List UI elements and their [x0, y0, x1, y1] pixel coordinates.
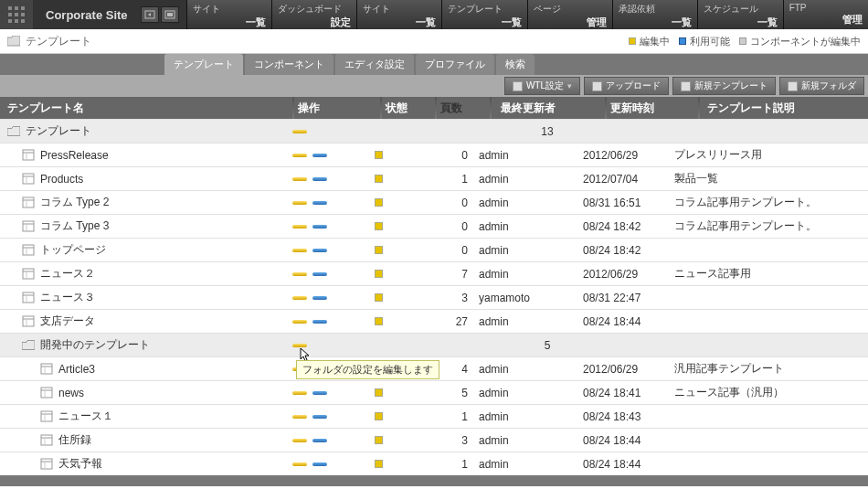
op-dash-view-icon[interactable]: [312, 154, 327, 157]
action-1[interactable]: アップロード: [584, 77, 669, 95]
template-row[interactable]: ニュース１1admin08/24 18:43: [0, 404, 868, 428]
svg-rect-30: [23, 292, 34, 303]
col-time: 更新時刻: [610, 101, 698, 116]
op-dash-view-icon[interactable]: [312, 272, 327, 276]
op-dash-edit-icon[interactable]: [292, 177, 307, 181]
op-dash-view-icon[interactable]: [312, 439, 327, 442]
row-op[interactable]: [292, 225, 375, 229]
op-dash-edit-icon[interactable]: [292, 130, 307, 133]
op-dash-edit-icon[interactable]: [292, 391, 307, 395]
row-op[interactable]: [292, 462, 375, 466]
op-dash-edit-icon[interactable]: [292, 296, 307, 300]
nav-item-5[interactable]: 承認依頼一覧: [612, 0, 697, 29]
op-dash-view-icon[interactable]: [312, 225, 327, 229]
row-op[interactable]: [292, 177, 375, 181]
row-op[interactable]: [292, 439, 375, 442]
row-pages: 3: [424, 434, 473, 447]
template-row[interactable]: 天気予報1admin08/24 18:44: [0, 452, 868, 475]
svg-rect-4: [15, 13, 18, 16]
op-dash-view-icon[interactable]: [312, 201, 327, 205]
nav-item-4[interactable]: ページ管理: [527, 0, 612, 29]
tab-1[interactable]: コンポーネント: [245, 54, 333, 75]
folder-row[interactable]: テンプレート13: [0, 119, 868, 143]
op-dash-view-icon[interactable]: [312, 391, 327, 395]
row-name: Article3: [58, 363, 95, 376]
app-logo[interactable]: [0, 0, 33, 29]
site-tool-1-icon[interactable]: [141, 6, 159, 23]
row-op[interactable]: [292, 201, 375, 205]
row-pages: 1: [424, 458, 473, 471]
folder-row[interactable]: 開発中のテンプレートフォルダの設定を編集します5: [0, 333, 868, 356]
row-op[interactable]: [292, 320, 375, 324]
row-name: コラム Type 3: [40, 218, 109, 234]
op-dash-view-icon[interactable]: [312, 415, 327, 419]
svg-rect-6: [8, 19, 12, 23]
op-dash-edit-icon[interactable]: [292, 439, 307, 442]
status-editing-icon: [375, 222, 383, 230]
row-op[interactable]: フォルダの設定を編集します: [292, 344, 375, 347]
row-op[interactable]: [292, 272, 375, 276]
nav-item-7[interactable]: FTP管理: [783, 0, 868, 29]
template-row[interactable]: コラム Type 30admin08/24 18:42コラム記事用テンプレート。: [0, 214, 868, 238]
row-desc: ニュース記事（汎用）: [671, 385, 868, 400]
op-dash-edit-icon[interactable]: [292, 249, 307, 252]
op-dash-edit-icon[interactable]: [292, 201, 307, 205]
op-dash-view-icon[interactable]: [312, 296, 327, 300]
op-dash-edit-icon[interactable]: [292, 225, 307, 229]
site-tool-2-icon[interactable]: [161, 6, 179, 23]
nav-item-3[interactable]: テンプレート一覧: [441, 0, 526, 29]
action-0[interactable]: WTL設定▾: [504, 77, 580, 95]
template-row[interactable]: 支店データ27admin08/24 18:44: [0, 309, 868, 333]
action-pic-icon: [592, 81, 602, 91]
row-op[interactable]: [292, 296, 375, 300]
template-row[interactable]: コラム Type 20admin08/31 16:51コラム記事用テンプレート。: [0, 190, 868, 214]
action-3[interactable]: 新規フォルダ: [779, 77, 864, 95]
op-dash-edit-icon[interactable]: [292, 320, 307, 324]
top-nav: サイト一覧ダッシュボード設定サイト一覧テンプレート一覧ページ管理承認依頼一覧スケ…: [186, 0, 868, 29]
row-op[interactable]: [292, 154, 375, 157]
op-dash-view-icon[interactable]: [312, 249, 327, 252]
row-op[interactable]: [292, 391, 375, 395]
op-dash-edit-icon[interactable]: [292, 154, 307, 157]
template-row[interactable]: ニュース３3yamamoto08/31 22:47: [0, 285, 868, 309]
svg-rect-2: [21, 6, 25, 10]
template-row[interactable]: Products1admin2012/07/04製品一覧: [0, 166, 868, 190]
svg-rect-3: [8, 13, 12, 16]
op-dash-view-icon[interactable]: [312, 177, 327, 181]
op-dash-edit-icon[interactable]: [292, 462, 307, 466]
tab-4[interactable]: 検索: [496, 54, 535, 75]
template-icon: [22, 220, 35, 232]
row-op[interactable]: [292, 249, 375, 252]
action-2[interactable]: 新規テンプレート: [672, 77, 776, 95]
nav-item-6[interactable]: スケジュール一覧: [697, 0, 782, 29]
nav-item-1[interactable]: ダッシュボード設定: [271, 0, 356, 29]
row-user: admin: [473, 410, 583, 423]
template-row[interactable]: news5admin08/24 18:41ニュース記事（汎用）: [0, 380, 868, 404]
row-user: admin: [473, 434, 583, 447]
row-op[interactable]: [292, 130, 375, 133]
op-dash-view-icon[interactable]: [312, 462, 327, 466]
svg-rect-33: [23, 316, 34, 326]
template-row[interactable]: 住所録3admin08/24 18:44: [0, 428, 868, 452]
svg-rect-21: [23, 221, 34, 231]
tab-3[interactable]: プロファイル: [416, 54, 494, 75]
row-pages: 0: [424, 149, 473, 162]
row-op[interactable]: [292, 415, 375, 419]
op-dash-edit-icon[interactable]: [292, 344, 307, 347]
nav-item-2[interactable]: サイト一覧: [356, 0, 441, 29]
status-editing-icon: [375, 293, 383, 302]
tab-2[interactable]: エディタ設定: [335, 54, 414, 75]
row-time: 2012/07/04: [583, 173, 671, 186]
op-dash-view-icon[interactable]: [312, 320, 327, 324]
row-pages: 0: [424, 220, 473, 233]
template-icon: [22, 268, 35, 280]
row-desc: プレスリリース用: [671, 147, 868, 163]
template-row[interactable]: トップページ0admin08/24 18:42: [0, 238, 868, 261]
nav-item-0[interactable]: サイト一覧: [186, 0, 271, 29]
op-dash-edit-icon[interactable]: [292, 272, 307, 276]
tab-0[interactable]: テンプレート: [164, 54, 243, 75]
template-row[interactable]: PressRelease0admin2012/06/29プレスリリース用: [0, 143, 868, 166]
op-dash-edit-icon[interactable]: [292, 415, 307, 419]
row-time: 08/31 16:51: [583, 197, 671, 209]
template-row[interactable]: ニュース２7admin2012/06/29ニュース記事用: [0, 261, 868, 285]
